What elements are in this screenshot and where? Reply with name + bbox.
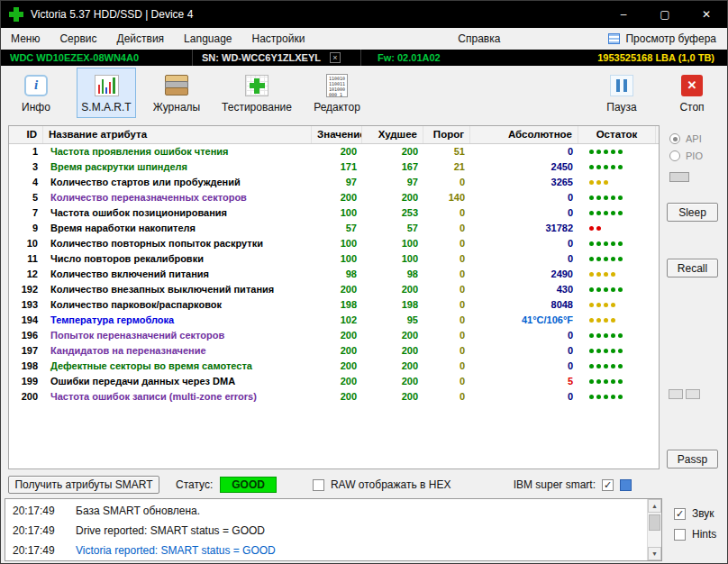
header-worst: Худшее — [362, 126, 423, 143]
device-firmware: Fw: 02.01A02 — [361, 50, 441, 66]
cell-absolute: 0 — [470, 359, 578, 374]
hints-checkbox[interactable] — [674, 529, 686, 541]
testing-button[interactable]: Тестирование — [217, 68, 296, 118]
menu-item-menu[interactable]: Меню — [1, 32, 50, 45]
smart-button[interactable]: S.M.A.R.T — [77, 68, 136, 118]
window-title: Victoria 5.37 HDD/SSD | Device 4 — [31, 8, 193, 21]
cell-worst: 200 — [362, 328, 423, 343]
hints-checkbox-row[interactable]: Hints — [674, 528, 716, 541]
maximize-button[interactable]: ▢ — [644, 1, 686, 28]
sleep-button[interactable]: Sleep — [667, 203, 718, 222]
menu-bar: Меню Сервис Действия Language Настройки … — [1, 28, 727, 50]
cell-id: 192 — [9, 282, 43, 297]
editor-button[interactable]: 110010 110011 101000 000 1 Редактор — [307, 68, 367, 118]
ibm-smart-indicator[interactable] — [620, 479, 632, 491]
cell-value: 97 — [312, 175, 362, 190]
scroll-down-icon[interactable]: ▼ — [648, 547, 661, 560]
log-scrollbar[interactable]: ▲ ▼ — [647, 499, 661, 560]
cell-id: 4 — [9, 175, 43, 190]
table-row[interactable]: 200Частота ошибок записи (multi-zone err… — [9, 389, 659, 405]
table-row[interactable]: 194Температура гермоблока10295041°C/106°… — [9, 313, 659, 328]
table-row[interactable]: 10Количество повторных попыток раскрутки… — [9, 236, 659, 251]
cell-worst: 97 — [362, 175, 423, 190]
sound-checkbox[interactable]: ✓ — [674, 508, 686, 520]
cell-worst: 98 — [362, 267, 423, 282]
title-bar[interactable]: Victoria 5.37 HDD/SSD | Device 4 – ▢ ✕ — [1, 1, 727, 28]
cell-value: 57 — [312, 221, 362, 236]
table-row[interactable]: 198Дефектные секторы во время самотеста2… — [9, 359, 659, 374]
cell-attribute-name: Частота ошибок позиционирования — [43, 205, 312, 221]
scroll-up-icon[interactable]: ▲ — [648, 499, 661, 513]
pause-button[interactable]: Пауза — [592, 68, 651, 118]
testing-plus-icon — [245, 75, 268, 96]
menu-item-language[interactable]: Language — [174, 32, 241, 45]
info-button[interactable]: i Инфо — [6, 68, 66, 118]
buffer-view-button[interactable]: Просмотр буфера — [608, 32, 727, 45]
tiny-button-left[interactable] — [669, 389, 683, 399]
sound-checkbox-row[interactable]: ✓ Звук — [674, 507, 714, 520]
editor-label: Редактор — [314, 101, 360, 114]
cell-worst: 200 — [362, 374, 423, 389]
serial-close-icon[interactable]: × — [330, 52, 341, 63]
scroll-thumb[interactable] — [649, 514, 660, 531]
log-side-panel: ✓ Звук Hints — [666, 498, 727, 561]
cell-id: 198 — [9, 359, 43, 374]
stop-button[interactable]: ✕ Стоп — [662, 68, 722, 118]
pio-radio-row[interactable]: PIO — [669, 150, 703, 161]
api-radio-row[interactable]: API — [669, 133, 702, 144]
testing-label: Тестирование — [222, 101, 292, 114]
menu-item-help[interactable]: Справка — [448, 32, 510, 45]
header-value: Значение — [312, 126, 362, 143]
cell-health-dots — [578, 359, 656, 374]
cell-health-dots — [578, 297, 656, 313]
cell-value: 198 — [312, 297, 362, 313]
table-row[interactable]: 193Количество парковок/распарковок198198… — [9, 297, 659, 313]
menu-item-settings[interactable]: Настройки — [242, 32, 315, 45]
close-button[interactable]: ✕ — [686, 1, 727, 28]
cell-attribute-name: Дефектные секторы во время самотеста — [43, 359, 312, 374]
table-row[interactable]: 7Частота ошибок позиционирования10025300 — [9, 205, 659, 221]
cell-worst: 253 — [362, 205, 423, 221]
editor-binary-icon: 110010 110011 101000 000 1 — [326, 74, 348, 97]
api-radio[interactable] — [669, 133, 680, 144]
journals-button[interactable]: Журналы — [147, 68, 206, 118]
table-row[interactable]: 11Число повторов рекалибровки10010000 — [9, 251, 659, 267]
stop-label: Стоп — [679, 101, 704, 114]
table-row[interactable]: 12Количество включений питания989802490 — [9, 267, 659, 282]
table-row[interactable]: 1Частота проявления ошибок чтения2002005… — [9, 144, 659, 159]
minimize-button[interactable]: – — [603, 1, 644, 28]
cell-worst: 57 — [362, 221, 423, 236]
device-serial-segment: SN: WD-WCC6Y1ZLXEYL × — [192, 50, 361, 66]
menu-item-service[interactable]: Сервис — [50, 32, 106, 45]
cell-id: 7 — [9, 205, 43, 221]
cell-id: 5 — [9, 190, 43, 205]
smart-table-header: ID Название атрибута Значение Худшее Пор… — [9, 126, 659, 144]
recall-button[interactable]: Recall — [667, 259, 718, 277]
main-area: ID Название атрибута Значение Худшее Пор… — [1, 120, 727, 473]
table-row[interactable]: 4Количество стартов или пробуждений97970… — [9, 175, 659, 190]
table-row[interactable]: 5Количество переназначенных секторов2002… — [9, 190, 659, 205]
raw-hex-checkbox[interactable] — [313, 479, 324, 491]
passport-button[interactable]: Passp — [667, 450, 718, 468]
app-icon — [9, 7, 23, 22]
pause-icon — [610, 75, 633, 96]
table-row[interactable]: 9Время наработки накопителя5757031782 — [9, 221, 659, 236]
pio-radio[interactable] — [669, 150, 680, 161]
table-row[interactable]: 192Количество внезапных выключений питан… — [9, 282, 659, 297]
cell-id: 3 — [9, 159, 43, 175]
tiny-button-right[interactable] — [686, 389, 700, 399]
log-line: 20:17:49Victoria reported: SMART status … — [13, 541, 640, 560]
table-row[interactable]: 199Ошибки передачи данных через DMA20020… — [9, 374, 659, 389]
cell-attribute-name: Ошибки передачи данных через DMA — [43, 374, 312, 389]
cell-absolute: 0 — [470, 389, 578, 405]
cell-threshold: 0 — [423, 389, 470, 405]
table-row[interactable]: 3Время раскрутки шпинделя171167212450 — [9, 159, 659, 175]
menu-item-actions[interactable]: Действия — [107, 32, 175, 45]
get-smart-attributes-button[interactable]: Получить атрибуты SMART — [8, 476, 159, 494]
device-model: WDC WD10EZEX-08WN4A0 — [1, 50, 192, 66]
table-row[interactable]: 196Попыток переназначений секторов200200… — [9, 328, 659, 343]
buffer-view-icon — [608, 33, 620, 44]
ibm-smart-checkbox[interactable]: ✓ — [602, 479, 614, 491]
cell-value: 200 — [312, 359, 362, 374]
table-row[interactable]: 197Кандидатов на переназначение20020000 — [9, 343, 659, 359]
